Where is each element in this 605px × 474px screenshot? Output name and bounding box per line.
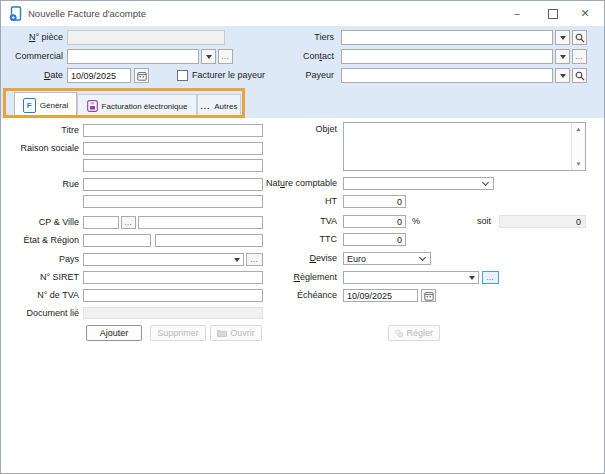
ajouter-button[interactable]: Ajouter xyxy=(86,325,142,341)
pays-combobox[interactable] xyxy=(83,253,244,266)
objet-scrollbar[interactable]: ▲ ▼ xyxy=(571,123,585,170)
rue-input[interactable] xyxy=(83,178,263,191)
payeur-dropdown-button[interactable] xyxy=(555,68,570,83)
region-input[interactable] xyxy=(155,234,263,247)
commercial-label: Commercial xyxy=(7,49,63,64)
scroll-down-icon[interactable]: ▼ xyxy=(572,158,585,170)
cp-more-button[interactable]: … xyxy=(121,216,136,229)
commercial-more-button[interactable]: … xyxy=(218,49,233,64)
facturer-payeur-label: Facturer le payeur xyxy=(192,68,282,83)
reglement-more-button[interactable]: … xyxy=(482,271,499,284)
scroll-up-icon[interactable]: ▲ xyxy=(572,123,585,135)
supprimer-button[interactable]: Supprimer xyxy=(150,325,206,341)
new-document-icon xyxy=(9,6,23,22)
siret-input[interactable] xyxy=(83,271,263,284)
raison-sociale-input-2[interactable] xyxy=(83,159,263,172)
calendar-icon xyxy=(137,71,147,81)
pays-input[interactable] xyxy=(84,254,230,265)
date-label: Date xyxy=(7,68,63,83)
ellipsis-icon: … xyxy=(124,220,133,226)
calendar-icon xyxy=(424,291,434,301)
ville-input[interactable] xyxy=(138,216,263,229)
reglement-combobox[interactable] xyxy=(343,271,479,284)
tab-facturation-label: Facturation électronique xyxy=(102,102,188,111)
tva-input[interactable] xyxy=(343,215,406,228)
ouvrir-button[interactable]: Ouvrir xyxy=(210,325,262,341)
window: Nouvelle Facture d'acompte – ✕ N° pièce … xyxy=(0,0,605,474)
close-button[interactable]: ✕ xyxy=(573,1,597,26)
tiers-input[interactable] xyxy=(341,30,553,45)
contact-more-button[interactable]: … xyxy=(572,49,587,64)
n-piece-label: N° pièce xyxy=(7,30,63,45)
ellipsis-icon: … xyxy=(221,54,230,60)
nature-comptable-select[interactable] xyxy=(343,177,494,190)
pays-more-button[interactable]: … xyxy=(246,253,263,266)
tab-general-label: Général xyxy=(40,101,68,110)
titlebar: Nouvelle Facture d'acompte – ✕ xyxy=(1,1,604,26)
tab-autres-label: Autres xyxy=(214,102,237,111)
open-folder-icon xyxy=(217,329,227,337)
tiers-search-button[interactable] xyxy=(572,30,587,45)
payeur-search-button[interactable] xyxy=(572,68,587,83)
tab-facturation-electronique[interactable]: Facturation électronique xyxy=(77,94,197,118)
chevron-down-icon xyxy=(482,179,489,186)
tab-general[interactable]: F Général xyxy=(14,92,77,118)
window-title: Nouvelle Facture d'acompte xyxy=(28,1,146,26)
contact-label: Contact xyxy=(282,49,334,64)
document-lie-label: Document lié xyxy=(7,307,79,320)
objet-label: Objet xyxy=(265,123,337,136)
pays-dropdown-button[interactable] xyxy=(230,254,243,265)
payeur-label: Payeur xyxy=(282,68,334,83)
percent-label: % xyxy=(412,215,426,228)
tiers-dropdown-button[interactable] xyxy=(555,30,570,45)
cp-ville-label: CP & Ville xyxy=(7,216,79,229)
chevron-down-icon xyxy=(560,55,566,59)
objet-textarea[interactable] xyxy=(344,123,572,170)
date-input[interactable] xyxy=(67,68,131,83)
echeance-label: Échéance xyxy=(265,289,337,302)
reglement-label: Règlement xyxy=(265,271,337,284)
tiers-label: Tiers xyxy=(282,30,334,45)
devise-select[interactable]: Euro xyxy=(343,252,431,265)
commercial-input[interactable] xyxy=(67,49,199,64)
minimize-button[interactable]: – xyxy=(505,1,529,26)
reglement-input[interactable] xyxy=(344,272,465,283)
echeance-input[interactable] xyxy=(343,289,418,302)
n-piece-input[interactable] xyxy=(67,30,225,45)
commercial-dropdown-button[interactable] xyxy=(201,49,216,64)
search-icon xyxy=(575,71,585,81)
rue-input-2[interactable] xyxy=(83,195,263,208)
soit-field: 0 xyxy=(499,215,586,228)
nature-comptable-label: Nature comptable xyxy=(259,177,337,190)
chevron-down-icon xyxy=(469,276,475,280)
n-tva-label: N° de TVA xyxy=(7,289,79,302)
regler-button[interactable]: Régler xyxy=(388,325,440,341)
ellipsis-icon: … xyxy=(486,275,495,281)
maximize-button[interactable] xyxy=(541,1,565,26)
maximize-icon xyxy=(548,9,558,19)
payeur-input[interactable] xyxy=(341,68,553,83)
e-invoice-tab-icon xyxy=(87,100,98,112)
contact-dropdown-button[interactable] xyxy=(555,49,570,64)
ttc-label: TTC xyxy=(265,233,337,246)
titre-input[interactable] xyxy=(83,124,263,137)
etat-input[interactable] xyxy=(83,234,151,247)
facturer-payeur-checkbox[interactable] xyxy=(177,70,188,81)
more-tabs-icon: ... xyxy=(201,102,211,111)
etat-region-label: État & Région xyxy=(7,234,79,247)
ttc-input[interactable] xyxy=(343,233,406,246)
document-lie-field xyxy=(83,307,263,319)
tab-autres[interactable]: ... Autres xyxy=(197,94,241,118)
reglement-dropdown-button[interactable] xyxy=(465,272,478,283)
echeance-calendar-button[interactable] xyxy=(421,289,436,302)
contact-input[interactable] xyxy=(341,49,553,64)
ht-input[interactable] xyxy=(343,195,406,208)
raison-sociale-label: Raison sociale xyxy=(7,142,79,155)
raison-sociale-input[interactable] xyxy=(83,142,263,155)
soit-label: soit xyxy=(441,215,491,228)
chevron-down-icon xyxy=(560,74,566,78)
cp-input[interactable] xyxy=(83,216,119,229)
date-calendar-button[interactable] xyxy=(134,68,149,83)
n-tva-input[interactable] xyxy=(83,289,263,302)
titre-label: Titre xyxy=(7,124,79,137)
